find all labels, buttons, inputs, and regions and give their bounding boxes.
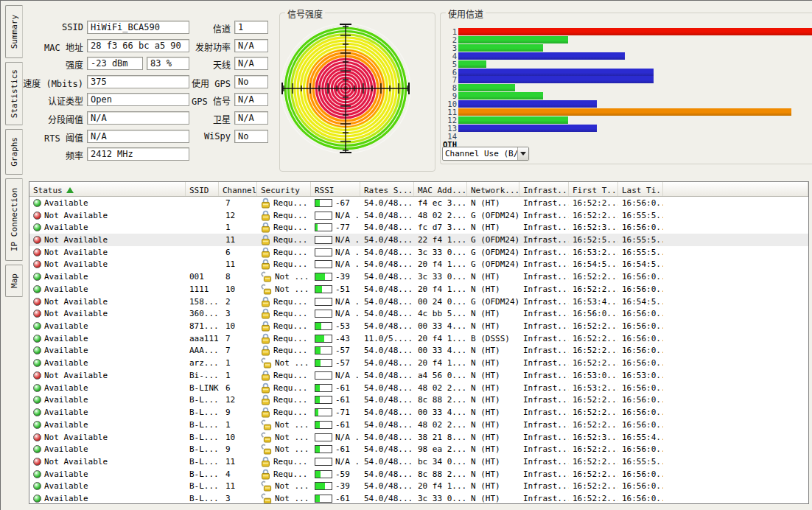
channel-use-selector[interactable]: Channel Use (B/G bbox=[442, 147, 529, 161]
table-row[interactable]: Not Available6Requ...N/A ...54.0/48...3c… bbox=[29, 246, 808, 259]
column-header-rssi[interactable]: RSSI bbox=[311, 182, 360, 196]
rates-text: 54.0/48... bbox=[364, 371, 413, 380]
table-row[interactable]: Available0018Not ...-3954.0/48...3c 33 0… bbox=[29, 270, 808, 283]
network-type-text: G (OFDM24) bbox=[471, 259, 519, 269]
column-header-label: Network... bbox=[471, 186, 519, 195]
table-row[interactable]: Not AvailableB-L...11Requ...N/A ...54.0/… bbox=[29, 455, 808, 468]
channel-text: 10 bbox=[223, 433, 235, 442]
sidebar-tab-label: Map bbox=[10, 273, 19, 288]
table-row[interactable]: Not Available12Requ...N/A ...54.0/48...4… bbox=[29, 209, 808, 222]
channel-bar bbox=[458, 28, 812, 35]
table-row[interactable]: Availableaaa1117Requ...-4311.0/5....20 f… bbox=[29, 332, 808, 345]
rssi-cell: N/A ... bbox=[311, 235, 360, 245]
table-row[interactable]: AvailableB-L...3Not ...-6154.0/48...3c 3… bbox=[29, 492, 808, 504]
rssi-cell: N/A ... bbox=[311, 248, 360, 257]
column-header-label: RSSI bbox=[315, 186, 335, 195]
field-value[interactable]: 1 bbox=[234, 21, 268, 34]
status-cell: Not Available bbox=[29, 371, 186, 380]
column-header-channel[interactable]: Channel bbox=[219, 182, 257, 196]
table-row[interactable]: Not AvailableBi-...1Requ...N/A ...54.0/4… bbox=[29, 369, 808, 382]
last-time-text: 16:56:0... bbox=[622, 383, 663, 393]
status-cell: Available bbox=[29, 481, 186, 491]
status-orb-green bbox=[33, 346, 41, 354]
status-text: Available bbox=[44, 408, 88, 417]
network-type-text: N (HT) bbox=[471, 309, 500, 318]
table-row[interactable]: AvailableB-L...1Not ...-6154.0/48...48 0… bbox=[29, 419, 808, 431]
table-row[interactable]: Not Available360...3Requ...N/A ...54.0/4… bbox=[29, 307, 808, 320]
channel-cell: 8 bbox=[219, 272, 257, 282]
security-text: Requ... bbox=[273, 223, 307, 232]
mac-cell: 00 33 4... bbox=[414, 346, 467, 355]
field-value[interactable]: N/A bbox=[234, 39, 268, 52]
table-row[interactable]: Not Available158...2Requ...N/A ...54.0/4… bbox=[29, 296, 808, 308]
column-header-network[interactable]: Network... bbox=[467, 182, 519, 196]
table-row[interactable]: Available871...10Requ...-5354.0/48...00 … bbox=[29, 320, 808, 332]
table-row[interactable]: Not AvailableB-L...10Not ...N/A ...54.0/… bbox=[29, 431, 808, 444]
security-cell: Requ... bbox=[257, 333, 311, 344]
lock-closed-icon bbox=[261, 456, 270, 467]
channel-bar-track bbox=[458, 108, 812, 116]
first-time-cell: 16:52:2... bbox=[569, 321, 618, 331]
dropdown-arrow-icon[interactable] bbox=[517, 147, 528, 160]
channel-text: 3 bbox=[223, 309, 231, 318]
status-orb-green bbox=[33, 421, 41, 429]
column-header-firstt[interactable]: First T... bbox=[569, 182, 618, 196]
column-header-macadd[interactable]: MAC Add... bbox=[414, 182, 467, 196]
field-value[interactable]: N/A bbox=[234, 57, 268, 70]
table-row[interactable]: AvailableB-L...12Requ...-6154.0/48...8c … bbox=[29, 394, 808, 407]
table-row[interactable]: Available111110Not ...-5154.0/48...20 f4… bbox=[29, 283, 808, 296]
rssi-text: -57 bbox=[335, 358, 350, 368]
column-header-status[interactable]: Status bbox=[29, 182, 186, 196]
infrastructure-text: Infrast... bbox=[523, 420, 569, 430]
table-row[interactable]: Not Available11Requ...N/A ...54.0/48...2… bbox=[29, 259, 808, 271]
network-cell: N (HT) bbox=[467, 481, 519, 491]
network-cell: N (HT) bbox=[467, 358, 519, 368]
lock-closed-icon bbox=[261, 234, 270, 245]
column-header-ratess[interactable]: Rates S... bbox=[360, 182, 414, 196]
status-orb-green bbox=[33, 359, 41, 367]
field-value[interactable]: 2412 MHz bbox=[87, 147, 189, 161]
rssi-text: -61 bbox=[335, 395, 350, 405]
form-label: 信道 bbox=[150, 22, 231, 35]
first-time-cell: 16:52:2... bbox=[569, 211, 618, 220]
first-time-text: 16:52:2... bbox=[573, 334, 618, 343]
table-row[interactable]: AvailableB-L...9Requ...-7154.0/48...00 3… bbox=[29, 406, 808, 419]
sidebar-tab-ip-connection[interactable]: IP Connection bbox=[5, 178, 23, 261]
field-value[interactable]: No bbox=[234, 75, 268, 88]
status-text: Not Available bbox=[44, 211, 108, 220]
table-row[interactable]: AvailableB-LINK6Requ...-6154.0/48...48 0… bbox=[29, 382, 808, 394]
rates-text: 54.0/48... bbox=[364, 248, 413, 257]
field-value[interactable]: No bbox=[234, 130, 268, 143]
column-header-infrast[interactable]: Infrast... bbox=[519, 182, 569, 196]
mac-cell: 3c 33 0... bbox=[414, 248, 467, 257]
network-cell: N (HT) bbox=[467, 284, 519, 294]
field-value[interactable]: -23 dBm bbox=[87, 57, 143, 70]
ssid-cell: B-L... bbox=[186, 444, 219, 454]
table-row[interactable]: AvailableAAA...7Requ...-5754.0/48...00 3… bbox=[29, 345, 808, 357]
infrastructure-cell: Infrast... bbox=[519, 469, 569, 479]
field-value[interactable]: N/A bbox=[234, 111, 268, 125]
table-row[interactable]: Availablearz...1Not ...-5754.0/48...20 f… bbox=[29, 357, 808, 369]
mac-text: 20 f4 1... bbox=[418, 334, 466, 343]
table-row[interactable]: Available1Requ...-7754.0/48...fc d7 3...… bbox=[29, 221, 808, 234]
rssi-text: -61 bbox=[335, 383, 350, 393]
rssi-meter bbox=[315, 322, 332, 330]
sidebar-tab-map[interactable]: Map bbox=[5, 265, 23, 297]
last-time-text: 16:56:0... bbox=[622, 198, 663, 208]
column-header-lastti[interactable]: Last Ti... bbox=[618, 182, 663, 196]
column-header-security[interactable]: Security bbox=[257, 182, 311, 196]
column-header-ssid[interactable]: SSID bbox=[186, 182, 219, 196]
table-row[interactable]: AvailableB-L...9Not ...-6154.0/48...98 e… bbox=[29, 443, 808, 455]
mac-text: 48 02 2... bbox=[418, 420, 466, 430]
security-cell: Not ... bbox=[257, 419, 311, 430]
table-row[interactable]: Available7Requ...-6754.0/48...f4 ec 3...… bbox=[29, 197, 808, 209]
table-row[interactable]: Not Available11Requ...N/A ...54.0/48...2… bbox=[29, 234, 808, 246]
channel-row: 14 bbox=[441, 133, 812, 140]
field-value[interactable]: N/A bbox=[234, 93, 268, 106]
table-row[interactable]: AvailableB-L...4Requ...-5954.0/48...8c 8… bbox=[29, 468, 808, 481]
first-time-cell: 16:52:2... bbox=[569, 395, 618, 405]
network-type-text: N (HT) bbox=[471, 284, 500, 294]
table-row[interactable]: AvailableB-L...11Not ...-3954.0/48...20 … bbox=[29, 481, 808, 493]
mac-text: 20 f4 1... bbox=[418, 259, 466, 269]
column-header-label: SSID bbox=[189, 186, 209, 195]
